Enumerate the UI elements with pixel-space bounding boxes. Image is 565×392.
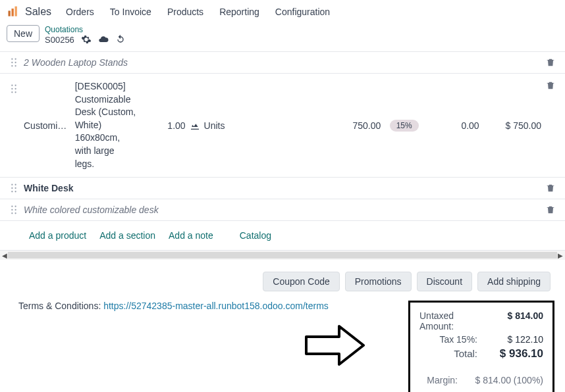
- svg-point-7: [11, 65, 13, 66]
- drag-handle-icon[interactable]: [9, 184, 18, 193]
- trash-icon[interactable]: [545, 80, 556, 91]
- svg-point-20: [14, 191, 16, 192]
- svg-point-15: [11, 184, 13, 185]
- discount-button[interactable]: Discount: [417, 272, 472, 291]
- coupon-code-button[interactable]: Coupon Code: [263, 272, 339, 291]
- tax-value: $ 122.10: [491, 334, 543, 345]
- annotation-arrow-icon: [303, 322, 369, 368]
- cloud-icon[interactable]: [98, 34, 109, 45]
- svg-point-23: [11, 209, 13, 210]
- svg-point-4: [14, 59, 16, 60]
- nav-orders[interactable]: Orders: [61, 4, 99, 20]
- nav-configuration[interactable]: Configuration: [270, 4, 335, 20]
- product-qty-cell[interactable]: 1.00: [140, 120, 186, 131]
- drag-handle-icon[interactable]: [9, 58, 18, 67]
- product-desc-cell[interactable]: [DESK0005] Customizable Desk (Custom, Wh…: [75, 80, 136, 170]
- product-uom-text: Units: [204, 120, 225, 131]
- add-note-link[interactable]: Add a note: [169, 230, 213, 241]
- refresh-icon[interactable]: [115, 34, 126, 45]
- breadcrumb-top[interactable]: Quotations: [45, 25, 126, 34]
- terms-block: Terms & Conditions: https://52742385-mas…: [18, 301, 329, 311]
- margin-label: Margin:: [427, 375, 458, 385]
- drag-handle-icon[interactable]: [9, 84, 18, 93]
- breadcrumb-id: S00256: [45, 35, 74, 45]
- svg-point-21: [11, 206, 13, 207]
- trash-icon[interactable]: [545, 183, 556, 193]
- section-row[interactable]: White Desk: [0, 178, 565, 199]
- totals-box: Untaxed Amount: $ 814.00 Tax 15%: $ 122.…: [408, 301, 554, 392]
- svg-point-5: [11, 62, 13, 63]
- scroll-right-icon[interactable]: ▶: [557, 252, 564, 259]
- gear-icon[interactable]: [81, 34, 92, 45]
- breadcrumb-row: New Quotations S00256: [0, 22, 565, 52]
- note-row[interactable]: 2 Wooden Laptop Stands: [0, 52, 565, 74]
- terms-link[interactable]: https://52742385-master-all.runbot158.od…: [103, 301, 329, 311]
- catalog-link[interactable]: Catalog: [240, 230, 271, 241]
- svg-point-16: [14, 184, 16, 185]
- section-title: White Desk: [24, 183, 540, 193]
- drag-handle-icon[interactable]: [9, 205, 18, 214]
- product-subtotal-cell: $ 750.00: [483, 120, 541, 131]
- svg-point-25: [11, 212, 13, 214]
- untaxed-label: Untaxed Amount:: [419, 310, 483, 331]
- scroll-left-icon[interactable]: ◀: [1, 252, 8, 259]
- svg-point-10: [14, 85, 16, 86]
- svg-point-11: [11, 88, 13, 89]
- add-actions-row: Add a product Add a section Add a note C…: [0, 221, 565, 251]
- svg-point-12: [14, 88, 16, 89]
- product-price-cell[interactable]: 750.00: [258, 120, 381, 131]
- svg-point-24: [14, 209, 16, 210]
- app-logo-icon: [7, 5, 20, 18]
- add-section-link[interactable]: Add a section: [99, 230, 155, 241]
- total-label: Total:: [454, 348, 477, 359]
- total-value: $ 936.10: [491, 347, 543, 360]
- nav-to-invoice[interactable]: To Invoice: [105, 4, 157, 20]
- svg-point-14: [14, 91, 16, 93]
- svg-point-13: [11, 91, 13, 93]
- product-uom-cell[interactable]: Units: [190, 120, 254, 131]
- svg-point-22: [14, 206, 16, 207]
- trash-icon[interactable]: [545, 205, 556, 215]
- nav-products[interactable]: Products: [162, 4, 209, 20]
- note-text: 2 Wooden Laptop Stands: [24, 57, 540, 68]
- product-tax-cell[interactable]: 0.00: [427, 120, 479, 131]
- trash-icon[interactable]: [545, 57, 556, 68]
- add-shipping-button[interactable]: Add shipping: [477, 272, 551, 291]
- horizontal-scrollbar[interactable]: ◀ ▶: [0, 251, 565, 260]
- svg-point-6: [14, 62, 16, 63]
- svg-point-19: [11, 191, 13, 192]
- svg-rect-1: [12, 9, 14, 16]
- svg-point-8: [14, 65, 16, 66]
- product-name-cell[interactable]: Customiza...: [22, 120, 71, 131]
- app-name: Sales: [25, 6, 51, 18]
- margin-value: $ 814.00 (100%): [471, 375, 543, 385]
- note-row[interactable]: White colored customizable desk: [0, 199, 565, 221]
- promotions-button[interactable]: Promotions: [345, 272, 412, 291]
- product-discount-cell[interactable]: 15%: [385, 120, 423, 132]
- untaxed-value: $ 814.00: [496, 310, 543, 321]
- action-button-bar: Coupon Code Promotions Discount Add ship…: [0, 260, 565, 298]
- forecast-icon[interactable]: [190, 120, 200, 131]
- bottom-area: Terms & Conditions: https://52742385-mas…: [0, 298, 565, 392]
- svg-point-3: [11, 59, 13, 60]
- svg-point-18: [14, 187, 16, 189]
- note-text: White colored customizable desk: [24, 205, 540, 215]
- scrollbar-track[interactable]: [8, 252, 557, 258]
- svg-point-17: [11, 187, 13, 189]
- svg-point-9: [11, 85, 13, 86]
- add-product-link[interactable]: Add a product: [29, 230, 86, 241]
- top-nav: Sales Orders To Invoice Products Reporti…: [0, 0, 565, 22]
- discount-badge: 15%: [390, 120, 419, 132]
- svg-rect-2: [15, 7, 17, 16]
- new-button[interactable]: New: [7, 25, 40, 42]
- svg-point-26: [14, 212, 16, 214]
- order-line-row[interactable]: Customiza... [DESK0005] Customizable Des…: [0, 74, 565, 178]
- nav-reporting[interactable]: Reporting: [214, 4, 265, 20]
- terms-label: Terms & Conditions:: [18, 301, 103, 311]
- svg-rect-0: [9, 11, 11, 16]
- tax-label: Tax 15%:: [439, 334, 477, 345]
